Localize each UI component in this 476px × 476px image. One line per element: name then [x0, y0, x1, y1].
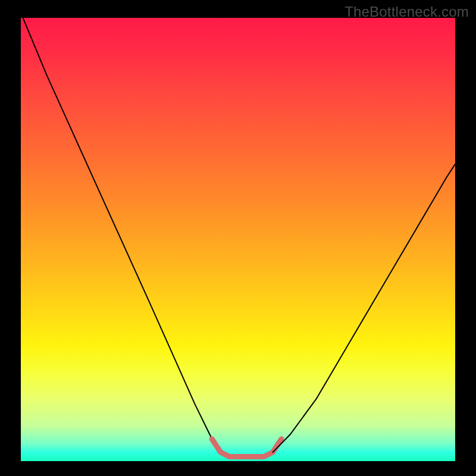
series-left-branch	[23, 18, 221, 452]
series-valley	[212, 439, 281, 457]
watermark-text: TheBottleneck.com	[345, 4, 469, 20]
chart-frame: TheBottleneck.com	[0, 0, 476, 476]
plot-area	[21, 18, 455, 461]
series-right-branch	[273, 164, 455, 452]
bottleneck-curve	[21, 18, 455, 461]
